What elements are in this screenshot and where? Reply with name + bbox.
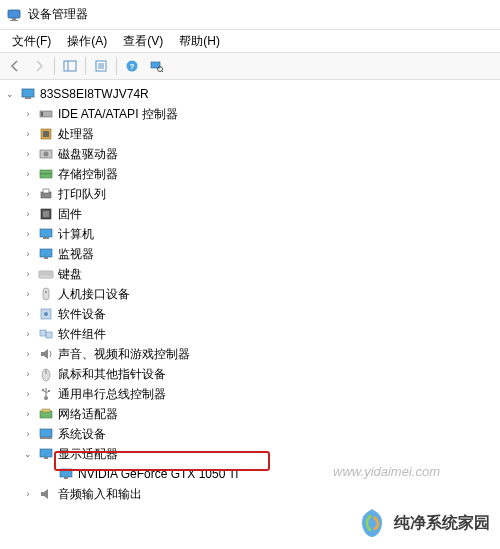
expander-right-icon[interactable]: › [22, 228, 34, 240]
svg-rect-50 [42, 409, 50, 412]
expander-right-icon[interactable]: › [22, 288, 34, 300]
svg-rect-40 [46, 332, 52, 338]
expander-right-icon[interactable]: › [22, 388, 34, 400]
toolbar: ? [0, 52, 500, 80]
tree-category-cpu[interactable]: ›处理器 [2, 124, 498, 144]
tree-category-computer[interactable]: ›计算机 [2, 224, 498, 244]
svg-rect-2 [10, 20, 18, 21]
tree-device-gpu[interactable]: ›NVIDIA GeForce GTX 1050 Ti [2, 464, 498, 484]
tree-category-monitor[interactable]: ›监视器 [2, 244, 498, 264]
expander-right-icon[interactable]: › [22, 348, 34, 360]
tree-category-system[interactable]: ›系统设备 [2, 424, 498, 444]
usb-icon [38, 386, 54, 402]
tree-category-hid[interactable]: ›人机接口设备 [2, 284, 498, 304]
tree-category-mouse[interactable]: ›鼠标和其他指针设备 [2, 364, 498, 384]
keyboard-icon [38, 266, 54, 282]
tree-category-keyboard[interactable]: ›键盘 [2, 264, 498, 284]
svg-rect-3 [64, 61, 76, 71]
tree-root[interactable]: ⌄ 83SS8EI8TWJV74R [2, 84, 498, 104]
disk-icon [38, 146, 54, 162]
category-label: 声音、视频和游戏控制器 [58, 344, 190, 364]
svg-rect-14 [22, 89, 34, 97]
svg-rect-0 [8, 10, 20, 18]
display-icon [58, 466, 74, 482]
menu-view[interactable]: 查看(V) [115, 31, 171, 52]
properties-button[interactable] [90, 55, 112, 77]
category-label: 处理器 [58, 124, 94, 144]
tree-category-network[interactable]: ›网络适配器 [2, 404, 498, 424]
display-icon [38, 446, 54, 462]
tree-category-disk[interactable]: ›磁盘驱动器 [2, 144, 498, 164]
device-manager-icon [6, 7, 22, 23]
tree-category-storage[interactable]: ›存储控制器 [2, 164, 498, 184]
expander-right-icon[interactable]: › [22, 248, 34, 260]
expander-right-icon[interactable]: › [22, 368, 34, 380]
scan-button[interactable] [145, 55, 167, 77]
expander-right-icon[interactable]: › [22, 208, 34, 220]
svg-rect-30 [40, 249, 52, 257]
back-button[interactable] [4, 55, 26, 77]
audio-icon [38, 486, 54, 502]
device-tree[interactable]: ⌄ 83SS8EI8TWJV74R ›IDE ATA/ATAPI 控制器›处理器… [0, 80, 500, 549]
tree-category-printq[interactable]: ›打印队列 [2, 184, 498, 204]
tree-category-ide[interactable]: ›IDE ATA/ATAPI 控制器 [2, 104, 498, 124]
tree-category-audio[interactable]: ›音频输入和输出 [2, 484, 498, 504]
category-label: 软件组件 [58, 324, 106, 344]
expander-down-icon[interactable]: ⌄ [4, 88, 16, 100]
watermark-brand: 纯净系统家园 [356, 507, 490, 539]
category-label: 系统设备 [58, 424, 106, 444]
menu-file[interactable]: 文件(F) [4, 31, 59, 52]
computer-icon [20, 86, 36, 102]
tree-category-softdev[interactable]: ›软件设备 [2, 304, 498, 324]
svg-rect-31 [44, 257, 48, 259]
expander-right-icon[interactable]: › [22, 428, 34, 440]
forward-button[interactable] [28, 55, 50, 77]
menu-help[interactable]: 帮助(H) [171, 31, 228, 52]
category-label: 打印队列 [58, 184, 106, 204]
expander-right-icon[interactable]: › [22, 328, 34, 340]
toolbar-separator [54, 57, 55, 75]
tree-category-sound[interactable]: ›声音、视频和游戏控制器 [2, 344, 498, 364]
show-hide-tree-button[interactable] [59, 55, 81, 77]
tree-category-display[interactable]: ⌄显示适配器 [2, 444, 498, 464]
svg-line-13 [162, 71, 164, 73]
tree-category-firmware[interactable]: ›固件 [2, 204, 498, 224]
help-button[interactable]: ? [121, 55, 143, 77]
category-label: 人机接口设备 [58, 284, 130, 304]
expander-down-icon[interactable]: ⌄ [22, 448, 34, 460]
hid-icon [38, 286, 54, 302]
toolbar-separator [85, 57, 86, 75]
category-label: 鼠标和其他指针设备 [58, 364, 166, 384]
expander-right-icon[interactable]: › [22, 128, 34, 140]
toolbar-separator [116, 57, 117, 75]
svg-rect-39 [40, 330, 46, 336]
category-label: 计算机 [58, 224, 94, 244]
category-label: 显示适配器 [58, 444, 118, 464]
expander-right-icon[interactable]: › [22, 268, 34, 280]
svg-point-36 [45, 291, 47, 293]
expander-right-icon[interactable]: › [22, 308, 34, 320]
brand-logo-icon [356, 507, 388, 539]
softdev-icon [38, 306, 54, 322]
storage-icon [38, 166, 54, 182]
expander-right-icon[interactable]: › [22, 408, 34, 420]
tree-category-softcomp[interactable]: ›软件组件 [2, 324, 498, 344]
svg-rect-35 [43, 288, 49, 300]
menu-action[interactable]: 操作(A) [59, 31, 115, 52]
tree-category-usb[interactable]: ›通用串行总线控制器 [2, 384, 498, 404]
svg-point-58 [374, 517, 377, 520]
category-label: 监视器 [58, 244, 94, 264]
menubar: 文件(F) 操作(A) 查看(V) 帮助(H) [0, 30, 500, 52]
svg-point-57 [369, 515, 372, 518]
expander-right-icon[interactable]: › [22, 108, 34, 120]
expander-right-icon[interactable]: › [22, 188, 34, 200]
firmware-icon [38, 206, 54, 222]
window-title: 设备管理器 [28, 6, 88, 23]
expander-right-icon[interactable]: › [22, 488, 34, 500]
svg-rect-1 [12, 18, 16, 20]
brand-text: 纯净系统家园 [394, 513, 490, 534]
expander-right-icon[interactable]: › [22, 168, 34, 180]
ide-icon [38, 106, 54, 122]
expander-right-icon[interactable]: › [22, 148, 34, 160]
softcomp-icon [38, 326, 54, 342]
